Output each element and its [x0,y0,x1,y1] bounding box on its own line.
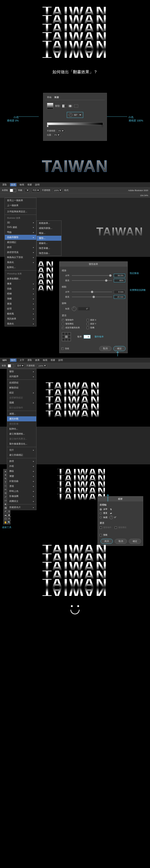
obj-path[interactable]: 路徑▸ [7,459,36,464]
submenu-twist[interactable]: 螺旋... [37,231,61,236]
menu-path[interactable]: 路徑▸ [5,245,36,250]
menu-help[interactable]: 說明 [35,183,40,186]
menu2-select[interactable]: 選取 [27,359,32,362]
menu2-window[interactable]: 視窗 [51,359,55,362]
radio-vertical[interactable] [100,512,102,515]
obj-unlock[interactable]: 全部解除鎖定 [7,395,36,400]
cb-mirror-y[interactable] [86,323,89,325]
position-dropdown[interactable]: 0% [53,133,60,136]
obj-expand-appearance[interactable]: 擴充外觀 [7,416,36,422]
obj-rasterize[interactable]: 點陣化... [7,426,36,431]
fill-stroke-swatches[interactable] [10,189,16,192]
menu-crop[interactable]: 裁切標記 [5,240,36,245]
move-h-value[interactable]: 0 mm [114,290,125,294]
submenu-roughen[interactable]: 粗糙效果... [37,221,61,226]
anchor-reference-grid[interactable] [62,332,71,341]
obj-envelope[interactable]: 封套扭曲▸ [7,479,36,484]
obj-group[interactable]: 組成群組 [7,380,36,385]
menu-doc-raster[interactable]: 文件點陣效果設定... [5,209,36,214]
cancel-button[interactable]: 取消 [99,346,111,351]
gradient-stop-left[interactable] [47,125,49,127]
obj-clipping[interactable]: 剪裁遮色片▸ [7,505,36,510]
radio-horizontal[interactable] [100,508,102,510]
cb-scale-stroke[interactable] [62,327,64,329]
opacity-dropdown-tb[interactable]: 100% [53,189,62,192]
scale-h-slider[interactable] [72,275,112,276]
obj-blend[interactable]: 漸變▸ [7,474,36,479]
ok-button[interactable]: 確定 [113,346,126,351]
cb-reflect-pattern[interactable] [115,526,117,529]
obj-livepaint[interactable]: 即時上色▸ [7,489,36,494]
scale-v-slider[interactable] [72,280,112,281]
obj-trace[interactable]: 影像描圖▸ [7,494,36,499]
gradient-stop-right[interactable] [101,125,103,127]
menu-ps-artistic[interactable]: 藝術風▸ [5,311,36,316]
menu2-type[interactable]: 文字 [20,359,24,362]
obj-gradient-mesh[interactable]: 建立漸層網格... [7,431,36,436]
gradient-type-freeform[interactable] [74,104,78,107]
graph-tool[interactable]: ▮ [7,513,11,517]
menu-rasterize[interactable]: 點陣化... [5,265,36,270]
hand-tool[interactable]: ✋ [4,520,7,524]
obj-show[interactable]: 顯示全部物件 [7,405,36,410]
move-h-slider[interactable] [72,292,112,292]
submenu-tweak[interactable]: 隨意筆畫... [37,246,61,251]
cb-mirror-x[interactable] [86,319,89,321]
symbol-tool[interactable]: ☁ [4,513,7,517]
menu-view[interactable]: 檢視 [20,183,24,186]
gradient-slider[interactable] [47,122,103,125]
stroke-weight-dropdown[interactable] [25,189,30,192]
menu2-effects[interactable]: 效果 [35,359,40,362]
obj-trim[interactable]: 建立剪裁標記 [7,453,36,458]
brush-dropdown[interactable]: 基本 [16,364,25,368]
menu-warp[interactable]: 彎曲▸ [5,230,36,235]
gradient-preview-swatch[interactable] [47,103,53,109]
artboard-tool[interactable]: ▢ [4,517,7,520]
menu-apply-last[interactable]: 套用上一個效果 [5,198,36,203]
opacity-dropdown[interactable]: 0% [57,129,65,132]
obj-ungroup[interactable]: 解散群組 [7,385,36,390]
submenu-zigzag[interactable]: 鋸齒化... [37,241,61,246]
menu-svg[interactable]: SVG 濾鏡▸ [5,225,36,230]
menu-ps-pixel[interactable]: 像素▸ [5,281,36,286]
tab-draft[interactable]: 草稿 [47,96,51,99]
obj-hide[interactable]: 隱藏▸ [7,400,36,405]
menu-ps-gallery[interactable]: 效果收藏館... [5,276,36,281]
submenu-pucker[interactable]: 縮攏與膨脹... [37,226,61,231]
menu2-help[interactable]: 說明 [58,359,63,362]
obj-textwrap[interactable]: 繞圖排文▸ [7,499,36,504]
radio-angle[interactable] [100,516,102,519]
menu-last-effect[interactable]: 上一個效果 [5,203,36,208]
angle-dial-icon[interactable] [69,113,73,117]
menu-effects[interactable]: 效果 [10,183,17,186]
move-v-slider[interactable] [72,297,112,297]
menu-ps-sketch[interactable]: 素描▸ [5,301,36,306]
zoom-tool[interactable]: 🔍 [7,520,11,524]
cb-transform-pattern[interactable] [62,323,64,325]
menu-ps-texture[interactable]: 紋理▸ [5,306,36,311]
move-v-value[interactable]: 15 mm [114,295,125,299]
gradient-type-radial[interactable] [68,104,72,107]
menu-window[interactable]: 視窗 [27,183,32,186]
obj-crop[interactable]: 裁切影像 [7,422,36,426]
tab-gradient[interactable]: 漸層 [54,96,59,99]
menu-convert-shape[interactable]: 轉換為以下形狀▸ [5,255,36,260]
obj-expand[interactable]: 展開... [7,411,36,416]
opacity-dropdown-2[interactable]: 100% [37,364,47,367]
menu-stylize[interactable]: 風格化▸ [5,260,36,265]
obj-perspective[interactable]: 透視▸ [7,484,36,489]
cb-preview[interactable] [61,347,64,350]
slice-tool[interactable]: ✂ [7,517,11,520]
reflect-angle-dial[interactable] [109,516,113,519]
menu-ps-blur[interactable]: 模糊▸ [5,291,36,296]
menu-distort-transform[interactable]: 扭曲與變形▸ [5,235,36,240]
menu2-object[interactable]: 物件 [10,359,17,362]
rotate-angle-value[interactable]: 0° [78,307,90,310]
cb-transform-obj[interactable] [62,319,64,321]
menu-ps-style[interactable]: 風格化▸ [5,321,36,326]
swatches-2[interactable] [8,364,14,367]
menu-ps-distort[interactable]: 扭曲▸ [5,286,36,291]
uniform-dropdown[interactable]: 均等 [31,188,40,192]
obj-transform[interactable]: 變形▸ [7,369,36,374]
scale-h-value[interactable]: 99.5% [114,274,125,277]
